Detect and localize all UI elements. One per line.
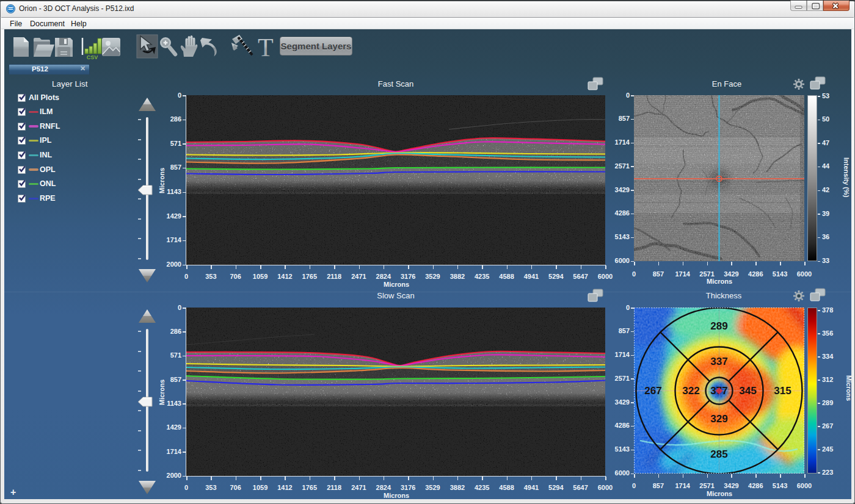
svg-text:285: 285 (710, 448, 727, 460)
svg-text:T: T (258, 34, 274, 60)
svg-text:289: 289 (710, 320, 727, 332)
svg-text:315: 315 (774, 385, 791, 397)
svg-text:CSV: CSV (87, 54, 98, 60)
svg-text:345: 345 (739, 385, 756, 397)
svg-text:329: 329 (710, 413, 727, 425)
svg-text:337: 337 (710, 356, 727, 367)
svg-text:322: 322 (682, 385, 699, 397)
svg-text:267: 267 (644, 385, 661, 397)
